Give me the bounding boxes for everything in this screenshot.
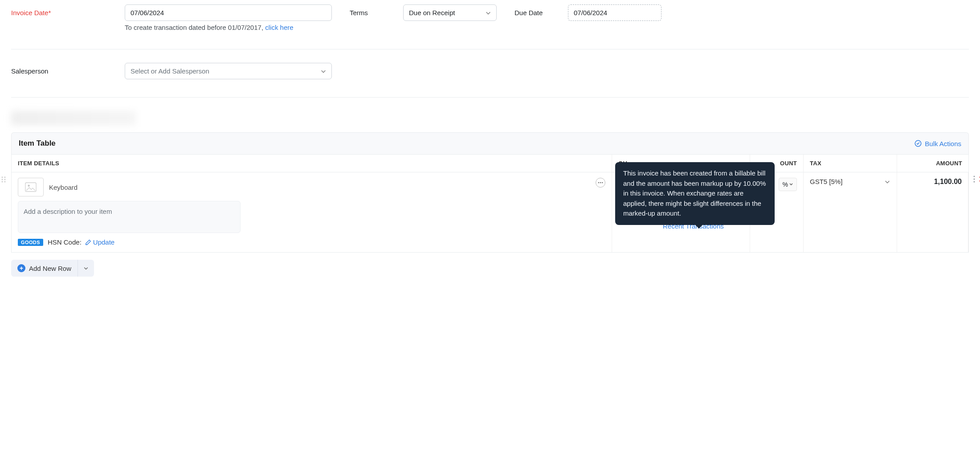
ellipsis-icon	[598, 182, 603, 184]
delete-row-button[interactable]	[978, 176, 980, 183]
drag-handle-icon[interactable]	[1, 176, 6, 183]
svg-point-3	[2, 179, 3, 180]
svg-point-13	[973, 178, 975, 180]
close-icon	[978, 176, 980, 183]
divider	[11, 97, 969, 98]
discount-unit-label: %	[783, 181, 788, 188]
column-tax: TAX	[804, 155, 897, 172]
item-table-title: Item Table	[19, 139, 56, 148]
tax-value: GST5 [5%]	[810, 178, 842, 185]
image-placeholder-icon[interactable]	[18, 178, 44, 196]
check-circle-icon	[914, 139, 922, 147]
hint-text: To create transaction dated before 01/07…	[125, 24, 265, 31]
item-more-button[interactable]	[596, 178, 605, 188]
tax-select[interactable]: GST5 [5%]	[810, 178, 890, 185]
old-date-hint: To create transaction dated before 01/07…	[125, 24, 332, 31]
item-description-input[interactable]: Add a description to your item	[18, 201, 241, 233]
svg-point-10	[600, 182, 601, 183]
svg-point-12	[973, 176, 975, 177]
svg-point-8	[28, 185, 29, 187]
row-amount: 1,100.00	[903, 178, 962, 186]
divider	[11, 49, 969, 49]
bulk-actions-label: Bulk Actions	[925, 140, 961, 147]
plus-circle-icon: +	[17, 264, 25, 272]
due-date-label: Due Date	[514, 4, 568, 16]
add-new-row-dropdown[interactable]	[78, 260, 94, 277]
svg-point-6	[4, 181, 6, 183]
invoice-date-label: Invoice Date*	[11, 4, 125, 16]
goods-badge: GOODS	[18, 239, 43, 246]
row-more-button[interactable]	[973, 175, 976, 183]
svg-point-4	[4, 179, 6, 180]
svg-point-14	[973, 181, 975, 182]
item-name[interactable]: Keyboard	[18, 178, 78, 196]
svg-point-9	[598, 182, 599, 183]
bulk-actions-link[interactable]: Bulk Actions	[914, 139, 961, 147]
svg-point-1	[2, 177, 3, 178]
add-new-row-label: Add New Row	[29, 265, 71, 272]
pencil-icon	[85, 239, 91, 245]
salesperson-select[interactable]: Select or Add Salesperson	[125, 63, 332, 79]
add-new-row-button[interactable]: + Add New Row	[11, 260, 78, 277]
blurred-content	[11, 111, 136, 125]
item-name-text: Keyboard	[49, 184, 78, 191]
hsn-label: HSN Code:	[48, 238, 82, 246]
discount-unit-toggle[interactable]: %	[779, 178, 797, 191]
chevron-down-icon	[83, 266, 89, 271]
chevron-down-icon	[884, 179, 890, 185]
svg-point-11	[602, 182, 603, 183]
terms-select[interactable]: Due on Receipt	[403, 4, 497, 21]
hsn-update-link[interactable]: Update	[93, 238, 114, 246]
column-item-details: ITEM DETAILS	[12, 155, 612, 172]
svg-point-5	[2, 181, 3, 183]
svg-point-2	[4, 177, 6, 178]
terms-label: Terms	[350, 4, 403, 16]
column-amount: AMOUNT	[897, 155, 968, 172]
salesperson-label: Salesperson	[11, 63, 125, 75]
markup-tooltip: This invoice has been created from a bil…	[615, 162, 775, 225]
invoice-date-input[interactable]	[125, 4, 332, 21]
ellipsis-vertical-icon	[973, 175, 976, 183]
due-date-input[interactable]	[568, 4, 662, 21]
click-here-link[interactable]: click here	[265, 24, 293, 31]
table-row: Keyboard Add a description to your item …	[11, 172, 969, 253]
caret-down-icon	[789, 183, 793, 186]
